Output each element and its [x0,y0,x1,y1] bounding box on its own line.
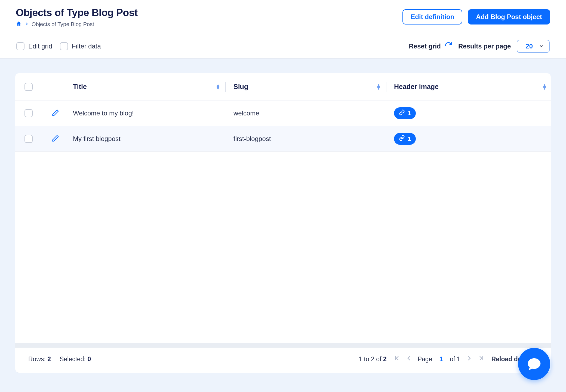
edit-grid-toggle[interactable]: Edit grid [16,42,52,50]
results-per-page-value: 20 [525,42,533,50]
edit-grid-checkbox[interactable] [16,42,24,50]
table-header: Title ▲▼ Slug ▲▼ [15,73,551,100]
home-icon[interactable] [16,21,22,28]
reset-grid-label: Reset grid [409,42,441,50]
page-label: Page [418,356,432,363]
pencil-icon[interactable] [52,134,59,143]
table-row[interactable]: My first blogpost first-blogpost 1 [15,126,551,152]
header-select-all-cell [15,83,42,91]
column-separator[interactable] [386,82,386,92]
grid-footer: Rows: 2 Selected: 0 1 to 2 of 2 [15,348,551,373]
footer-summary: Rows: 2 Selected: 0 [28,356,91,363]
pencil-icon[interactable] [52,109,59,118]
sort-icon[interactable]: ▲▼ [542,84,547,90]
header-image-count: 1 [408,135,411,142]
column-slug-label: Slug [233,83,248,91]
edit-grid-label: Edit grid [28,42,52,50]
horizontal-scrollbar[interactable] [15,343,551,348]
data-grid: Title ▲▼ Slug ▲▼ [15,73,551,373]
toolbar-left: Edit grid Filter data [16,42,101,50]
header-left: Objects of Type Blog Post Objects of Typ… [16,7,138,28]
page-of: of 1 [450,356,460,363]
row-checkbox[interactable] [24,135,33,143]
range-text: 1 to 2 of 2 [359,356,386,363]
page-current[interactable]: 1 [438,356,444,363]
edit-definition-button[interactable]: Edit definition [402,9,462,24]
chat-icon [527,356,542,372]
row-checkbox[interactable] [24,109,33,117]
chevron-down-icon [539,42,544,50]
filter-data-label: Filter data [72,42,101,50]
page-header: Objects of Type Blog Post Objects of Typ… [0,0,566,34]
header-actions: Edit definition Add Blog Post object [402,7,550,24]
link-icon [399,135,405,143]
column-title-label: Title [73,83,87,91]
header-image-badge[interactable]: 1 [394,133,416,145]
sort-icon[interactable]: ▲▼ [376,84,381,90]
pager-controls: Page 1 of 1 [394,355,484,363]
last-page-button[interactable] [478,355,484,363]
header-image-count: 1 [408,110,411,117]
column-separator[interactable] [225,82,226,92]
add-object-button[interactable]: Add Blog Post object [468,9,550,24]
reset-grid-button[interactable]: Reset grid [409,42,452,51]
column-title[interactable]: Title ▲▼ [69,82,230,92]
rows-count: Rows: 2 [28,356,51,363]
content-area: Title ▲▼ Slug ▲▼ [0,59,566,373]
grid-toolbar: Edit grid Filter data Reset grid Results… [0,34,566,59]
breadcrumb-current: Objects of Type Blog Post [32,21,94,27]
column-slug[interactable]: Slug ▲▼ [230,82,390,92]
select-all-checkbox[interactable] [24,83,33,91]
cell-slug: welcome [233,109,259,117]
refresh-icon [445,42,452,51]
cell-title: My first blogpost [73,135,121,143]
results-per-page-label: Results per page [458,42,511,50]
results-per-page-select[interactable]: 20 [517,40,550,53]
link-icon [399,109,405,117]
column-header-image[interactable]: Header image ▲▼ [390,83,551,91]
prev-page-button[interactable] [406,355,412,363]
page-title: Objects of Type Blog Post [16,7,138,19]
filter-data-checkbox[interactable] [60,42,68,50]
first-page-button[interactable] [394,355,400,363]
toolbar-right: Reset grid Results per page 20 [409,40,550,53]
table-body: Welcome to my blog! welcome 1 [15,100,551,343]
selected-count: Selected: 0 [60,356,91,363]
chat-button[interactable] [518,348,550,380]
sort-icon[interactable]: ▲▼ [216,84,220,90]
next-page-button[interactable] [466,355,472,363]
chevron-right-icon [24,21,29,27]
table-row[interactable]: Welcome to my blog! welcome 1 [15,100,551,126]
cell-slug: first-blogpost [233,135,271,143]
footer-pager: 1 to 2 of 2 Page 1 of 1 [359,355,538,363]
breadcrumb: Objects of Type Blog Post [16,21,138,28]
filter-data-toggle[interactable]: Filter data [60,42,101,50]
header-image-badge[interactable]: 1 [394,107,416,119]
column-header-image-label: Header image [394,83,439,91]
cell-title: Welcome to my blog! [73,109,134,117]
